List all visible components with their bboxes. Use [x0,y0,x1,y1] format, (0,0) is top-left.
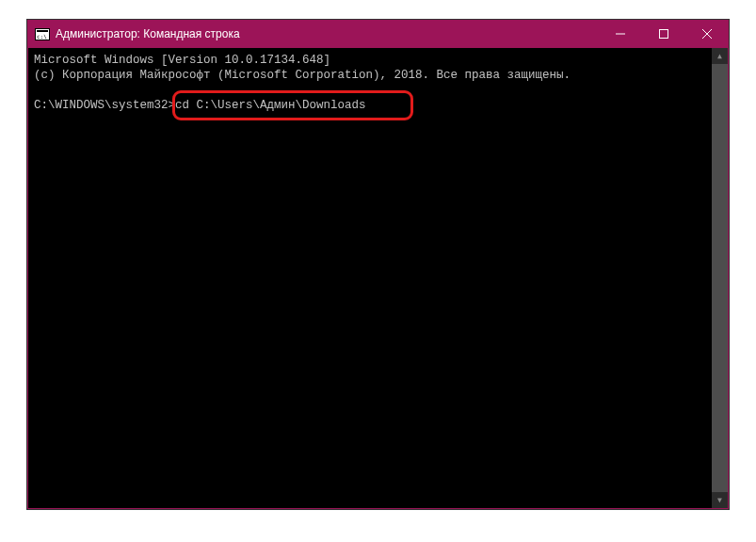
scroll-down-arrow-icon[interactable]: ▼ [712,492,728,508]
window-title: Администратор: Командная строка [56,27,240,40]
terminal-area[interactable]: Microsoft Windows [Version 10.0.17134.64… [28,48,728,508]
scrollbar-vertical[interactable]: ▲ ▼ [712,48,728,508]
command-prompt-window: Администратор: Командная строка Microsof… [26,19,730,510]
titlebar[interactable]: Администратор: Командная строка [27,20,729,48]
svg-rect-1 [660,30,668,39]
scroll-up-arrow-icon[interactable]: ▲ [712,48,728,64]
minimize-button[interactable] [599,20,642,48]
maximize-button[interactable] [642,20,685,48]
scrollbar-thumb[interactable] [712,64,728,492]
output-line: (c) Корпорация Майкрософт (Microsoft Cor… [34,69,571,82]
output-line: Microsoft Windows [Version 10.0.17134.64… [34,54,330,67]
close-button[interactable] [685,20,729,48]
command-input[interactable]: cd C:\Users\Админ\Downloads [175,99,366,112]
cmd-icon [35,28,50,40]
title-group: Администратор: Командная строка [35,27,240,40]
window-controls [599,20,729,48]
prompt-text: C:\WINDOWS\system32> [34,99,175,112]
